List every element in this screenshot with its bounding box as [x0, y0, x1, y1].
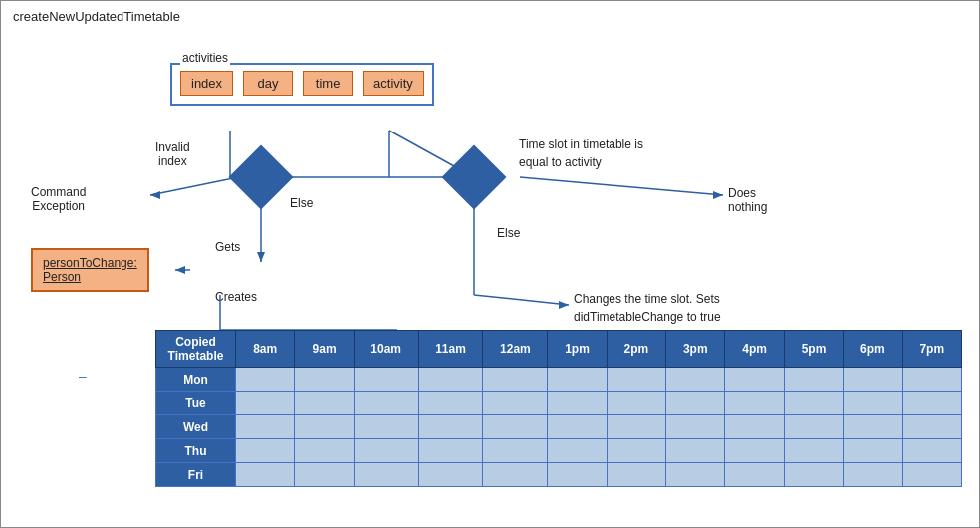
activities-fields: index day time activity: [180, 71, 424, 96]
command-exception-label: CommandException: [31, 185, 86, 213]
svg-marker-5: [150, 191, 160, 199]
col-8am: 8am: [236, 331, 295, 368]
col-11am: 11am: [418, 331, 483, 368]
table-row: Fri: [156, 463, 962, 487]
col-1pm: 1pm: [548, 331, 607, 368]
col-3pm: 3pm: [666, 331, 725, 368]
gets-label: Gets: [215, 240, 240, 254]
col-6pm: 6pm: [844, 331, 902, 368]
day-fri: Fri: [156, 463, 236, 487]
table-row: Thu: [156, 439, 962, 463]
field-time: time: [303, 71, 353, 96]
invalid-index-label: Invalidindex: [155, 140, 190, 168]
svg-line-15: [520, 177, 723, 195]
timetable: CopiedTimetable 8am 9am 10am 11am 12am 1…: [155, 330, 962, 487]
small-dash: –: [79, 368, 87, 384]
does-nothing-label: Doesnothing: [728, 186, 767, 214]
person-box: personToChange:Person: [31, 248, 149, 292]
field-day: day: [243, 71, 293, 96]
table-row: Tue: [156, 392, 962, 415]
col-10am: 10am: [354, 331, 418, 368]
col-2pm: 2pm: [607, 331, 665, 368]
diamond-left: [228, 144, 293, 209]
svg-marker-19: [559, 301, 569, 309]
day-wed: Wed: [156, 415, 236, 439]
timetable-container: CopiedTimetable 8am 9am 10am 11am 12am 1…: [155, 330, 962, 487]
main-container: createNewUpdatedTimetable activities ind…: [0, 0, 980, 528]
svg-line-4: [150, 177, 238, 195]
svg-line-18: [474, 295, 569, 305]
field-activity: activity: [363, 71, 424, 96]
changes-label: Changes the time slot. SetsdidTimetableC…: [574, 290, 721, 326]
activities-group: activities index day time activity: [170, 63, 434, 106]
day-thu: Thu: [156, 439, 236, 463]
col-9am: 9am: [295, 331, 354, 368]
creates-label: Creates: [215, 290, 257, 304]
activities-label: activities: [180, 51, 230, 65]
table-row: Wed: [156, 415, 962, 439]
table-row: Mon: [156, 368, 962, 392]
svg-marker-16: [713, 191, 723, 199]
diamond-right: [441, 144, 506, 209]
col-7pm: 7pm: [902, 331, 961, 368]
else-left-label: Else: [290, 196, 313, 210]
col-12am: 12am: [483, 331, 548, 368]
col-5pm: 5pm: [784, 331, 843, 368]
svg-marker-8: [257, 252, 265, 262]
timetable-header-label: CopiedTimetable: [156, 331, 236, 368]
svg-marker-10: [175, 266, 185, 274]
col-4pm: 4pm: [725, 331, 784, 368]
page-title: createNewUpdatedTimetable: [13, 9, 180, 24]
field-index: index: [180, 71, 233, 96]
day-tue: Tue: [156, 392, 236, 415]
else-right-label: Else: [497, 226, 520, 240]
timeslot-label: Time slot in timetable isequal to activi…: [519, 135, 643, 171]
day-mon: Mon: [156, 368, 236, 392]
